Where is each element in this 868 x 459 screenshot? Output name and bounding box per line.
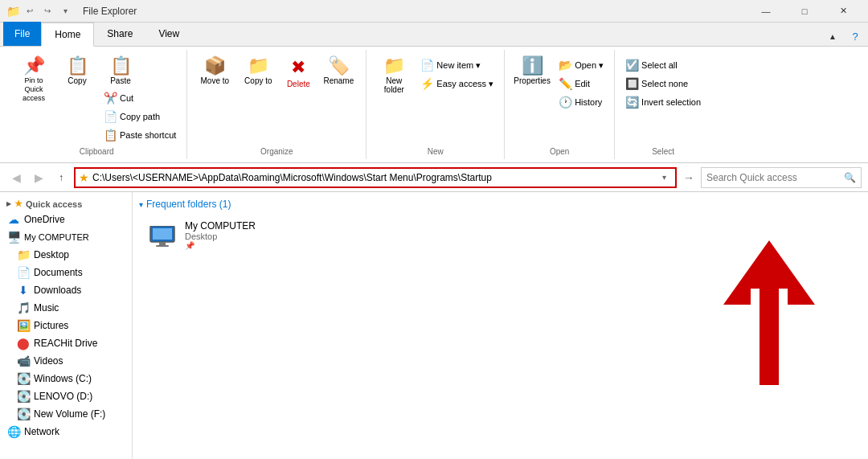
red-arrow-annotation — [715, 240, 820, 404]
window-title: File Explorer — [83, 6, 137, 17]
copy-path-button[interactable]: 📄 Copy path — [100, 108, 180, 125]
tab-file[interactable]: File — [3, 22, 41, 46]
sidebar: ▸ ★ Quick access ☁ OneDrive 🖥️ My COMPUT… — [0, 192, 133, 459]
cut-label: Cut — [120, 93, 133, 103]
copy-to-button[interactable]: 📁 Copy to — [237, 53, 279, 101]
reachit-icon: ⬤ — [16, 337, 31, 350]
sidebar-item-my-computer[interactable]: 🖥️ My COMPUTER — [0, 228, 132, 246]
svg-rect-3 — [156, 245, 169, 247]
title-controls: — □ ✕ — [747, 0, 862, 23]
search-input[interactable] — [706, 172, 844, 183]
history-label: History — [575, 97, 602, 107]
select-none-button[interactable]: 🔲 Select none — [621, 75, 705, 92]
open-label: Open ▾ — [575, 60, 604, 71]
rename-button[interactable]: 🏷️ Rename — [317, 53, 359, 101]
invert-selection-button[interactable]: 🔄 Invert selection — [621, 93, 705, 111]
folder-item-pin-icon: 📌 — [185, 241, 256, 250]
videos-label: Videos — [34, 355, 63, 367]
delete-label: Delete — [287, 80, 310, 88]
sidebar-item-new-volume-f[interactable]: 💽 New Volume (F:) — [0, 405, 132, 423]
close-button[interactable]: ✕ — [825, 0, 862, 23]
sidebar-item-documents[interactable]: 📄 Documents — [0, 264, 132, 281]
sidebar-item-onedrive[interactable]: ☁ OneDrive — [0, 211, 132, 228]
quick-access-star-icon: ★ — [14, 199, 23, 209]
properties-label: Properties — [514, 76, 551, 85]
cut-button[interactable]: ✂️ Cut — [100, 89, 180, 107]
clipboard-label: Clipboard — [80, 144, 114, 156]
sidebar-item-desktop[interactable]: 📁 Desktop — [0, 246, 132, 264]
sidebar-item-windows-c[interactable]: 💽 Windows (C:) — [0, 370, 132, 387]
move-to-button[interactable]: 📦 Move to — [194, 53, 235, 101]
new-volume-f-label: New Volume (F:) — [34, 408, 105, 420]
pin-quick-access-button[interactable]: 📌 Pin to Quick access — [13, 53, 55, 106]
pin-label: Pin to Quick access — [15, 76, 52, 102]
invert-label: Invert selection — [641, 97, 701, 107]
delete-button[interactable]: ✖ Delete — [280, 53, 316, 101]
app-icon: 📁 — [6, 5, 20, 18]
folder-item-my-computer[interactable]: My COMPUTER Desktop 📌 — [139, 216, 268, 254]
tab-share[interactable]: Share — [94, 22, 145, 46]
properties-button[interactable]: ℹ️ Properties — [511, 53, 553, 101]
select-group: ☑️ Select all 🔲 Select none 🔄 Invert sel… — [615, 50, 711, 159]
up-button[interactable]: ↑ — [51, 168, 71, 187]
new-item-button[interactable]: 📄 New item ▾ — [416, 56, 497, 74]
sidebar-item-lenovo-d[interactable]: 💽 LENOVO (D:) — [0, 387, 132, 405]
address-input-wrapper: ★ ▾ — [74, 167, 677, 188]
sidebar-item-videos[interactable]: 📹 Videos — [0, 352, 132, 370]
ribbon-collapse-button[interactable]: ▲ — [823, 27, 842, 46]
paste-shortcut-button[interactable]: 📋 Paste shortcut — [100, 126, 180, 144]
back-button[interactable]: ◀ — [6, 168, 26, 187]
paste-shortcut-label: Paste shortcut — [120, 130, 176, 140]
tab-view[interactable]: View — [145, 22, 192, 46]
help-button[interactable]: ? — [845, 27, 865, 46]
title-bar-left: 📁 ↩ ↪ ▾ File Explorer — [6, 3, 137, 19]
onedrive-label: OneDrive — [24, 214, 65, 225]
sidebar-item-pictures[interactable]: 🖼️ Pictures — [0, 317, 132, 334]
address-bar: ◀ ▶ ↑ ★ ▾ → 🔍 — [0, 163, 868, 192]
quick-access-dropdown[interactable]: ▾ — [57, 3, 73, 19]
tab-home[interactable]: Home — [41, 23, 94, 47]
open-button[interactable]: 📂 Open ▾ — [555, 56, 608, 74]
address-input[interactable] — [92, 172, 656, 183]
sidebar-item-downloads[interactable]: ⬇ Downloads — [0, 281, 132, 299]
invert-icon: 🔄 — [625, 96, 638, 109]
maximize-button[interactable]: □ — [786, 0, 823, 23]
copy-icon: 📋 — [67, 57, 88, 75]
select-none-label: Select none — [641, 79, 688, 88]
new-group: 📁 New folder 📄 New item ▾ ⚡ Easy access … — [366, 50, 505, 159]
edit-button[interactable]: ✏️ Edit — [555, 75, 608, 92]
move-to-icon: 📦 — [204, 57, 226, 75]
copy-to-icon: 📁 — [248, 57, 269, 75]
quick-access-redo[interactable]: ↪ — [39, 3, 55, 19]
minimize-button[interactable]: — — [747, 0, 784, 23]
folder-item-name: My COMPUTER — [185, 220, 256, 232]
main-area: ▸ ★ Quick access ☁ OneDrive 🖥️ My COMPUT… — [0, 192, 868, 459]
sidebar-item-network[interactable]: 🌐 Network — [0, 423, 132, 441]
title-bar: 📁 ↩ ↪ ▾ File Explorer — □ ✕ — [0, 0, 868, 23]
sidebar-item-reachit[interactable]: ⬤ REACHit Drive — [0, 334, 132, 352]
new-folder-button[interactable]: 📁 New folder — [373, 53, 415, 101]
quick-access-undo[interactable]: ↩ — [22, 3, 38, 19]
paste-button[interactable]: 📋 Paste — [100, 53, 141, 89]
copy-path-label: Copy path — [120, 112, 160, 121]
lenovo-d-icon: 💽 — [16, 390, 31, 403]
clipboard-small-items: ✂️ Cut 📄 Copy path 📋 Paste shortcut — [100, 89, 180, 144]
select-all-button[interactable]: ☑️ Select all — [621, 56, 705, 74]
quick-access-label: Quick access — [26, 199, 82, 209]
address-go-arrow: → — [683, 171, 694, 184]
new-label: New — [428, 144, 444, 156]
new-volume-f-icon: 💽 — [16, 408, 31, 420]
clipboard-group: 📌 Pin to Quick access 📋 Copy 📋 Paste ✂️ … — [6, 50, 187, 159]
copy-button[interactable]: 📋 Copy — [56, 53, 98, 101]
search-icon: 🔍 — [844, 172, 856, 183]
sidebar-section-quick-access[interactable]: ▸ ★ Quick access — [0, 195, 132, 211]
history-button[interactable]: 🕐 History — [555, 93, 608, 111]
network-label: Network — [24, 426, 59, 437]
address-dropdown-button[interactable]: ▾ — [656, 168, 672, 187]
forward-button[interactable]: ▶ — [29, 168, 48, 187]
sidebar-item-music[interactable]: 🎵 Music — [0, 299, 132, 317]
easy-access-label: Easy access ▾ — [436, 79, 493, 89]
copy-label: Copy — [68, 76, 86, 85]
cut-icon: ✂️ — [104, 92, 117, 105]
easy-access-button[interactable]: ⚡ Easy access ▾ — [416, 75, 497, 92]
